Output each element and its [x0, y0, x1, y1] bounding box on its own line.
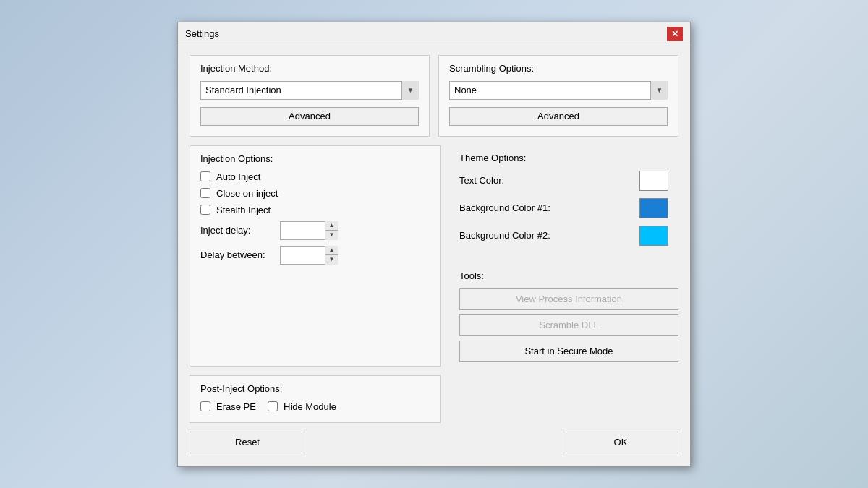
bg-color1-row: Background Color #1: [459, 198, 668, 218]
inject-delay-down[interactable]: ▼ [326, 231, 338, 240]
close-on-inject-label: Close on inject [216, 188, 278, 199]
erase-pe-checkbox[interactable] [200, 401, 210, 411]
dialog-title: Settings [185, 28, 219, 39]
text-color-row: Text Color: [459, 171, 668, 191]
inject-delay-label: Inject delay: [200, 225, 280, 236]
scrambling-options-dropdown-wrapper: None Scramble Full Scramble ▼ [449, 81, 668, 100]
erase-pe-label: Erase PE [216, 401, 256, 412]
delay-between-down[interactable]: ▼ [326, 255, 338, 265]
bg-color1-swatch[interactable] [639, 198, 668, 218]
right-column: Theme Options: Text Color: Background Co… [449, 145, 678, 367]
injection-options-panel: Injection Options: Auto Inject Close on … [190, 145, 441, 367]
middle-panels: Injection Options: Auto Inject Close on … [190, 145, 678, 367]
stealth-inject-row: Stealth Inject [200, 205, 430, 215]
close-button[interactable]: ✕ [667, 27, 683, 41]
auto-inject-label: Auto Inject [216, 171, 260, 182]
tools-title: Tools: [459, 270, 678, 281]
delay-between-arrows: ▲ ▼ [325, 246, 338, 265]
hide-module-row: Hide Module [268, 401, 336, 412]
bg-color1-label: Background Color #1: [459, 202, 639, 213]
injection-method-advanced-button[interactable]: Advanced [200, 107, 419, 126]
delay-between-up[interactable]: ▲ [326, 246, 338, 256]
stealth-inject-label: Stealth Inject [216, 205, 271, 215]
injection-method-title: Injection Method: [200, 63, 419, 74]
theme-options-title: Theme Options: [459, 153, 668, 163]
injection-options-title: Injection Options: [200, 153, 430, 164]
bottom-right-placeholder [449, 375, 678, 423]
close-on-inject-row: Close on inject [200, 188, 430, 199]
post-inject-row: Erase PE Hide Module [200, 401, 430, 412]
dialog-body: Injection Method: Standard Injection Man… [178, 46, 690, 466]
auto-inject-row: Auto Inject [200, 171, 430, 182]
hide-module-label: Hide Module [284, 401, 336, 412]
inject-delay-spinbox: 0 ▲ ▼ [280, 221, 338, 240]
close-on-inject-checkbox[interactable] [200, 188, 210, 198]
tools-panel: Tools: View Process Information Scramble… [449, 263, 678, 367]
scrambling-options-select[interactable]: None Scramble Full Scramble [449, 81, 668, 100]
inject-delay-arrows: ▲ ▼ [325, 221, 338, 240]
scrambling-options-title: Scrambling Options: [449, 63, 668, 74]
erase-pe-row: Erase PE [200, 401, 256, 412]
injection-method-select[interactable]: Standard Injection Manual Map Thread Hij… [200, 81, 419, 100]
top-panels: Injection Method: Standard Injection Man… [190, 55, 678, 137]
bg-color2-swatch[interactable] [639, 226, 668, 246]
inject-delay-up[interactable]: ▲ [326, 221, 338, 231]
settings-dialog: Settings ✕ Injection Method: Standard In… [177, 22, 691, 467]
delay-between-spinbox: 0 ▲ ▼ [280, 246, 338, 265]
post-inject-title: Post-Inject Options: [200, 383, 430, 394]
secure-mode-button[interactable]: Start in Secure Mode [459, 341, 678, 362]
injection-method-panel: Injection Method: Standard Injection Man… [190, 55, 430, 137]
scrambling-options-advanced-button[interactable]: Advanced [449, 107, 668, 126]
text-color-swatch[interactable] [639, 171, 668, 191]
bg-color2-row: Background Color #2: [459, 226, 668, 246]
post-inject-panel: Post-Inject Options: Erase PE Hide Modul… [190, 375, 441, 423]
scramble-dll-button[interactable]: Scramble DLL [459, 314, 678, 336]
title-bar: Settings ✕ [178, 22, 690, 46]
theme-options-panel: Theme Options: Text Color: Background Co… [449, 145, 678, 263]
scrambling-options-panel: Scrambling Options: None Scramble Full S… [438, 55, 678, 137]
footer-row: Reset OK [190, 432, 678, 458]
delay-between-row: Delay between: 0 ▲ ▼ [200, 246, 430, 265]
inject-delay-row: Inject delay: 0 ▲ ▼ [200, 221, 430, 240]
bg-color2-label: Background Color #2: [459, 230, 639, 241]
text-color-label: Text Color: [459, 175, 639, 186]
view-process-button[interactable]: View Process Information [459, 288, 678, 310]
stealth-inject-checkbox[interactable] [200, 205, 210, 215]
delay-between-label: Delay between: [200, 249, 280, 260]
hide-module-checkbox[interactable] [268, 401, 278, 411]
injection-method-dropdown-wrapper: Standard Injection Manual Map Thread Hij… [200, 81, 419, 100]
reset-button[interactable]: Reset [190, 432, 305, 453]
bottom-panels: Post-Inject Options: Erase PE Hide Modul… [190, 375, 678, 423]
ok-button[interactable]: OK [563, 432, 678, 453]
auto-inject-checkbox[interactable] [200, 171, 210, 181]
